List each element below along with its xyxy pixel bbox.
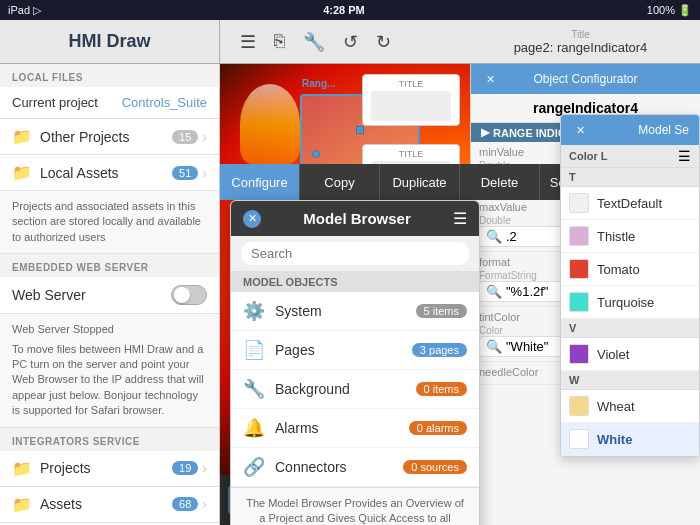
folder-icon-4: 📁 — [12, 495, 32, 514]
system-badge: 5 items — [416, 304, 467, 318]
triangle-icon: ▶ — [481, 126, 489, 139]
color-picker-panel: ✕ Model Se Color L ☰ T TextDefault Thist… — [560, 114, 700, 457]
status-time: 4:28 PM — [323, 4, 365, 16]
current-project-label: Current project — [12, 95, 98, 110]
local-assets-label: Local Assets — [40, 165, 119, 181]
color-textdefault[interactable]: TextDefault — [561, 187, 699, 220]
tomato-swatch — [569, 259, 589, 279]
app-title: HMI Draw — [0, 20, 220, 63]
battery-label: 100% 🔋 — [647, 4, 692, 17]
model-browser-header: ✕ Model Browser ☰ — [231, 201, 479, 236]
sidebar-item-projects[interactable]: 📁 Projects 19 › — [0, 451, 219, 487]
status-right: 100% 🔋 — [647, 4, 692, 17]
obj-config-header-label: Object Configurator — [533, 72, 637, 86]
canvas-card-1: TITLE — [362, 74, 460, 126]
copy-ctx-button[interactable]: Copy — [300, 164, 380, 200]
model-browser-panel: ✕ Model Browser ☰ MODEL OBJECTS ⚙️ Syste… — [230, 200, 480, 525]
model-objects-header: MODEL OBJECTS — [231, 272, 479, 292]
color-list-header: Color L ☰ — [561, 145, 699, 168]
undo-button[interactable]: ↺ — [339, 29, 362, 55]
copy-button[interactable]: ⎘ — [270, 29, 289, 54]
alarms-badge: 0 alarms — [409, 421, 467, 435]
redo-button[interactable]: ↻ — [372, 29, 395, 55]
sidebar-item-assets[interactable]: 📁 Assets 68 › — [0, 487, 219, 523]
v-section-label: V — [561, 319, 699, 338]
sidebar-item-web-server[interactable]: Web Server — [0, 277, 219, 314]
violet-swatch — [569, 344, 589, 364]
color-wheat[interactable]: Wheat — [561, 390, 699, 423]
local-files-description: Projects and associated assets in this s… — [0, 191, 219, 254]
model-item-alarms[interactable]: 🔔 Alarms 0 alarms — [231, 409, 479, 448]
assets-badge: 68 — [172, 497, 198, 511]
search-icon-3: 🔍 — [486, 284, 502, 299]
model-item-background[interactable]: 🔧 Background 0 items — [231, 370, 479, 409]
top-toolbar: HMI Draw ☰ ⎘ 🔧 ↺ ↻ Title page2: rangeInd… — [0, 20, 700, 64]
folder-icon-3: 📁 — [12, 459, 32, 478]
wheat-label: Wheat — [597, 399, 635, 414]
model-browser-footer: The Model Browser Provides an Overview o… — [231, 487, 479, 525]
page-title: page2: rangeIndicator4 — [471, 40, 690, 55]
title-label: Title — [471, 29, 690, 40]
page-title-section: Title page2: rangeIndicator4 — [471, 29, 700, 55]
model-browser-search-input[interactable] — [241, 242, 469, 265]
color-picker-close[interactable]: ✕ — [571, 121, 589, 139]
violet-label: Violet — [597, 347, 629, 362]
color-turquoise[interactable]: Turquoise — [561, 286, 699, 319]
background-label: Background — [275, 381, 350, 397]
search-icon-2: 🔍 — [486, 229, 502, 244]
duplicate-button[interactable]: Duplicate — [380, 164, 460, 200]
color-picker-title: Model Se — [638, 123, 689, 137]
obj-config-header: ✕ Object Configurator — [471, 64, 700, 94]
model-item-system[interactable]: ⚙️ System 5 items — [231, 292, 479, 331]
projects-label: Projects — [40, 460, 91, 476]
canvas-area[interactable]: Rang... TITLE TITLE TITLE — [220, 64, 700, 525]
other-projects-badge: 15 — [172, 130, 198, 144]
projects-badge: 19 — [172, 461, 198, 475]
connectors-label: Connectors — [275, 459, 347, 475]
connectors-badge: 0 sources — [403, 460, 467, 474]
turquoise-swatch — [569, 292, 589, 312]
status-bar: iPad ▷ 4:28 PM 100% 🔋 — [0, 0, 700, 20]
web-server-label: Web Server — [12, 287, 86, 303]
model-browser-close[interactable]: ✕ — [243, 210, 261, 228]
local-assets-badge: 51 — [172, 166, 198, 180]
delete-button[interactable]: Delete — [460, 164, 540, 200]
integrators-header: INTEGRATORS SERVICE — [0, 428, 219, 451]
chevron-right-icon-3: › — [202, 460, 207, 476]
color-picker-header: ✕ Model Se — [561, 115, 699, 145]
folder-icon-2: 📁 — [12, 163, 32, 182]
turquoise-label: Turquoise — [597, 295, 654, 310]
assets-label: Assets — [40, 496, 82, 512]
model-item-connectors[interactable]: 🔗 Connectors 0 sources — [231, 448, 479, 487]
w-section-label: W — [561, 371, 699, 390]
t-section-label: T — [561, 168, 699, 187]
sidebar-item-other-projects[interactable]: 📁 Other Projects 15 › — [0, 119, 219, 155]
system-icon: ⚙️ — [243, 300, 265, 322]
configure-button[interactable]: Configure — [220, 164, 300, 200]
color-white[interactable]: White — [561, 423, 699, 456]
search-icon-4: 🔍 — [486, 339, 502, 354]
pages-icon: 📄 — [243, 339, 265, 361]
color-violet[interactable]: Violet — [561, 338, 699, 371]
model-browser-search — [231, 236, 479, 272]
color-thistle[interactable]: Thistle — [561, 220, 699, 253]
color-tomato[interactable]: Tomato — [561, 253, 699, 286]
model-item-pages[interactable]: 📄 Pages 3 pages — [231, 331, 479, 370]
alarms-icon: 🔔 — [243, 417, 265, 439]
sidebar-item-local-assets[interactable]: 📁 Local Assets 51 › — [0, 155, 219, 191]
status-left: iPad ▷ — [8, 4, 41, 17]
range-widget-label: Rang... — [302, 78, 335, 89]
pages-label: Pages — [275, 342, 315, 358]
settings-button[interactable]: 🔧 — [299, 29, 329, 55]
obj-config-close[interactable]: ✕ — [481, 70, 499, 88]
web-server-toggle[interactable] — [171, 285, 207, 305]
model-browser-menu-icon[interactable]: ☰ — [453, 209, 467, 228]
other-projects-label: Other Projects — [40, 129, 129, 145]
color-list-menu[interactable]: ☰ — [678, 148, 691, 164]
local-files-header: LOCAL FILES — [0, 64, 219, 87]
embedded-header: EMBEDDED WEB SERVER — [0, 254, 219, 277]
web-server-status: Web Server Stopped To move files between… — [0, 314, 219, 427]
current-project-value[interactable]: Controls_Suite — [122, 95, 207, 110]
textdefault-label: TextDefault — [597, 196, 662, 211]
menu-button[interactable]: ☰ — [236, 29, 260, 55]
